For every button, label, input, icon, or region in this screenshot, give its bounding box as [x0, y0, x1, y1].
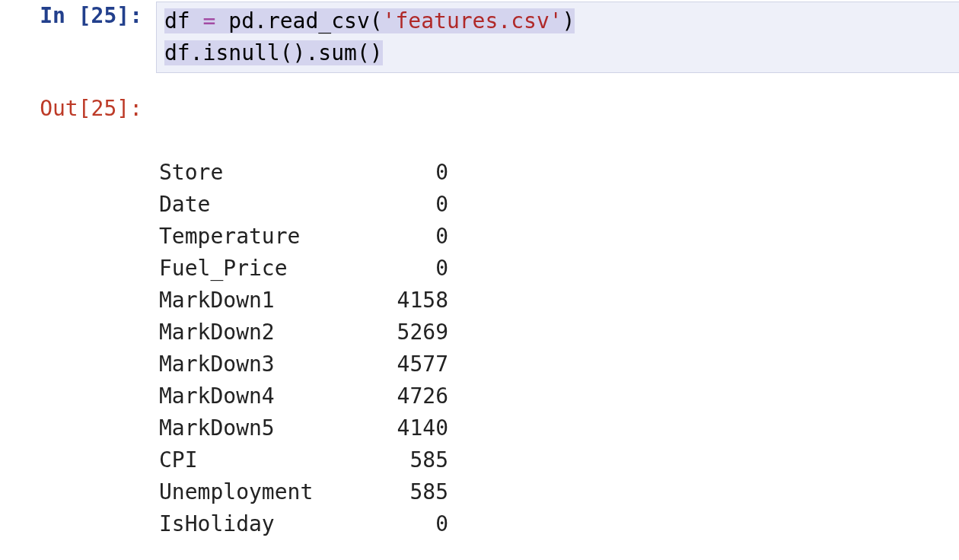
output-value: 0	[342, 253, 448, 285]
output-key: Fuel_Price	[159, 253, 342, 285]
output-row: Date0	[159, 189, 959, 221]
output-key: Date	[159, 189, 342, 221]
output-area: Store0Date0Temperature0Fuel_Price0MarkDo…	[156, 93, 959, 560]
output-key: IsHoliday	[159, 508, 342, 540]
output-value: 585	[342, 476, 448, 508]
tok-fn: sum	[318, 40, 357, 65]
output-row: Store0	[159, 157, 959, 189]
output-key: MarkDown3	[159, 348, 342, 380]
code-line-1: df = pd.read_csv('features.csv')	[164, 5, 951, 37]
output-cell: Out[25]: Store0Date0Temperature0Fuel_Pri…	[0, 93, 959, 560]
output-row: MarkDown44726	[159, 380, 959, 412]
output-key: CPI	[159, 444, 342, 476]
code-line-2: df.isnull().sum()	[164, 37, 951, 69]
out-prompt: Out[25]:	[0, 93, 156, 125]
output-row: Unemployment585	[159, 476, 959, 508]
output-row: CPI585	[159, 444, 959, 476]
output-key: Unemployment	[159, 476, 342, 508]
output-key: MarkDown4	[159, 380, 342, 412]
output-value: 0	[342, 157, 448, 189]
output-row: MarkDown34577	[159, 348, 959, 380]
output-row: MarkDown25269	[159, 317, 959, 348]
code-input[interactable]: df = pd.read_csv('features.csv') df.isnu…	[156, 2, 959, 73]
output-value: 0	[342, 221, 448, 253]
output-value: 4726	[342, 380, 448, 412]
output-value: 0	[342, 189, 448, 221]
output-key: Temperature	[159, 221, 342, 253]
output-key: MarkDown5	[159, 412, 342, 444]
output-key: MarkDown1	[159, 285, 342, 317]
tok-fn: read_csv	[267, 8, 370, 33]
output-value: 5269	[342, 317, 448, 348]
output-value: 0	[342, 508, 448, 540]
output-value: 4577	[342, 348, 448, 380]
input-cell: In [25]: df = pd.read_csv('features.csv'…	[0, 0, 959, 73]
output-row: MarkDown14158	[159, 285, 959, 317]
tok-module: pd	[228, 8, 254, 33]
output-key: Store	[159, 157, 342, 189]
output-value: 4140	[342, 412, 448, 444]
tok-str: features.csv	[395, 8, 549, 33]
output-row: MarkDown54140	[159, 412, 959, 444]
output-row: Temperature0	[159, 221, 959, 253]
tok-var: df	[164, 8, 190, 33]
tok-fn: isnull	[203, 40, 280, 65]
output-row: Fuel_Price0	[159, 253, 959, 285]
output-key: MarkDown2	[159, 317, 342, 348]
tok-var: df	[164, 40, 190, 65]
output-value: 585	[342, 444, 448, 476]
output-row: IsHoliday0	[159, 508, 959, 540]
in-prompt: In [25]:	[0, 0, 156, 32]
tok-op: =	[203, 8, 216, 33]
output-value: 4158	[342, 285, 448, 317]
